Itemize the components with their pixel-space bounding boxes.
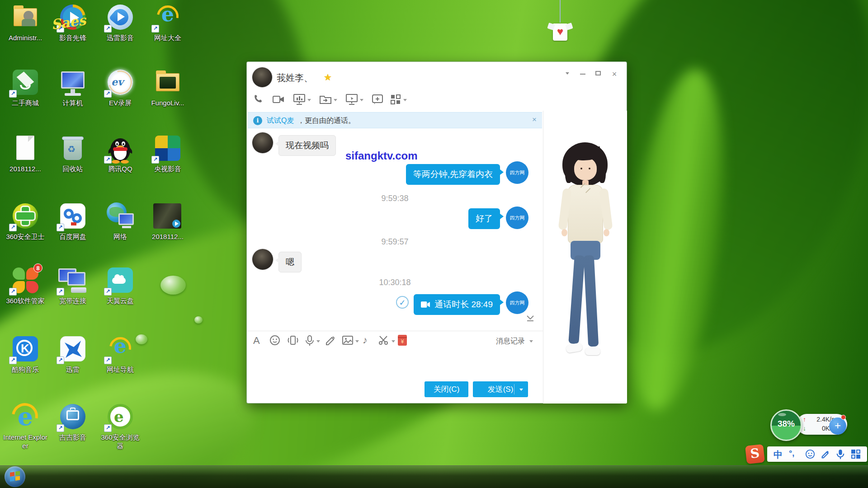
call-label: 通话时长 bbox=[434, 300, 469, 309]
jiji-player-icon: ↗ bbox=[57, 402, 88, 432]
window-shake-icon[interactable] bbox=[287, 335, 300, 347]
create-group-icon[interactable] bbox=[372, 94, 386, 107]
desktop-icon-video-file[interactable]: 2018112... bbox=[145, 202, 190, 241]
message-list[interactable]: 现在视频吗 sifangktv.com 等两分钟,先穿着内衣 四方网 9:59:… bbox=[247, 111, 543, 404]
desktop-icon-baidu-wangpan[interactable]: ↗ 百度网盘 bbox=[50, 202, 95, 241]
desktop-icon-360-browser[interactable]: e ↗ 360安全浏览器 bbox=[98, 402, 143, 450]
shortcut-arrow-icon: ↗ bbox=[57, 25, 64, 33]
desktop-icon-yangshi-yingyin[interactable]: ↗ 央视影音 bbox=[145, 134, 190, 174]
scroll-to-bottom-icon[interactable] bbox=[526, 315, 535, 322]
message-input-area[interactable] bbox=[247, 349, 543, 378]
message-history-button[interactable]: 消息记录 bbox=[496, 337, 525, 346]
dropdown-caret-icon[interactable] bbox=[316, 340, 320, 343]
apps-grid-icon[interactable] bbox=[390, 94, 404, 107]
font-style-icon[interactable]: A bbox=[253, 335, 267, 347]
hanging-tshirt-ornament[interactable]: ♥ bbox=[548, 22, 572, 42]
desktop-icon-document[interactable]: 2018112... bbox=[3, 134, 48, 174]
peer-message-avatar[interactable] bbox=[252, 249, 273, 270]
sogou-logo-icon[interactable]: S bbox=[745, 444, 765, 464]
self-avatar-badge[interactable]: 四方网 bbox=[506, 206, 528, 229]
shortcut-arrow-icon: ↗ bbox=[9, 357, 17, 364]
video-call-icon[interactable] bbox=[272, 94, 287, 107]
desktop-icon-fungoliv[interactable]: FungoLiv... bbox=[145, 68, 190, 108]
remote-desktop-icon[interactable] bbox=[345, 94, 360, 107]
minimize-button[interactable] bbox=[576, 69, 590, 79]
desktop-icon-ershoushangcheng[interactable]: ↗ 二手商城 bbox=[3, 68, 48, 108]
peer-avatar[interactable] bbox=[252, 67, 272, 87]
dropdown-caret-icon[interactable] bbox=[392, 340, 395, 343]
start-button[interactable] bbox=[5, 466, 25, 487]
screen-demo-icon[interactable] bbox=[293, 94, 307, 107]
shortcut-arrow-icon: ↗ bbox=[57, 357, 64, 364]
qq-show-panel[interactable] bbox=[543, 111, 627, 404]
desktop-icon-internet-explorer[interactable]: e Internet Explorer bbox=[3, 402, 48, 450]
close-window-button[interactable]: × bbox=[608, 69, 621, 79]
self-avatar-badge[interactable]: 四方网 bbox=[506, 161, 528, 184]
ime-pen-button[interactable] bbox=[821, 449, 830, 459]
red-packet-icon[interactable]: ¥ bbox=[398, 335, 411, 347]
voice-call-icon[interactable] bbox=[253, 94, 268, 107]
message-bubble-right: 好了 bbox=[468, 208, 500, 229]
dew-drop bbox=[160, 276, 186, 295]
desktop-icon-tianyi-yunpan[interactable]: ↗ 天翼云盘 bbox=[98, 266, 143, 305]
ime-mic-button[interactable] bbox=[836, 449, 845, 460]
desktop-icon-tencent-qq[interactable]: ↗ 腾讯QQ bbox=[98, 134, 143, 174]
desktop-icon-network[interactable]: 网络 bbox=[98, 202, 143, 241]
peer-message-avatar[interactable] bbox=[252, 132, 273, 153]
desktop-icon-administrator[interactable]: Administr... bbox=[3, 3, 48, 42]
ime-toolbox-button[interactable] bbox=[851, 450, 860, 459]
cloud-drive-icon: ↗ bbox=[105, 266, 136, 296]
doodle-icon[interactable] bbox=[325, 335, 338, 347]
desktop-icon-jiji-yingyin[interactable]: ↗ 吉吉影音 bbox=[50, 402, 95, 442]
desktop-icon-xunlei-yingyin[interactable]: ↗ 迅雷影音 bbox=[98, 3, 143, 42]
qq-chat-window: 莪姓李、 ★ × i 试试Q麦 ，更自由的通话。 × bbox=[246, 61, 627, 404]
figure-hand bbox=[561, 229, 567, 236]
dropdown-caret-icon[interactable] bbox=[307, 99, 311, 101]
send-file-icon[interactable] bbox=[319, 94, 334, 107]
ime-punctuation-button[interactable]: °, bbox=[789, 449, 794, 458]
desktop-icon-computer[interactable]: 计算机 bbox=[50, 68, 95, 108]
window-titlebar[interactable]: 莪姓李、 ★ × bbox=[247, 62, 627, 91]
accelerate-plus-button[interactable]: + bbox=[829, 418, 846, 435]
internet-explorer-icon: e bbox=[10, 402, 41, 432]
desktop-icon-recycle-bin[interactable]: ♻ ↗ 回收站 bbox=[50, 134, 95, 174]
maximize-button[interactable] bbox=[591, 69, 605, 79]
music-icon[interactable]: ♪ bbox=[363, 335, 376, 347]
green-box-icon: ↗ bbox=[10, 68, 41, 98]
ime-emoji-button[interactable] bbox=[805, 449, 815, 459]
desktop-icon-broadband[interactable]: ↗ 宽带连接 bbox=[50, 266, 95, 305]
ime-mode-button[interactable]: 中 bbox=[774, 449, 783, 461]
send-split-divider bbox=[514, 384, 514, 394]
desktop-icon-yingyinxianfeng[interactable]: ↗ Saes 影音先锋 bbox=[50, 3, 95, 42]
dropdown-caret-icon[interactable] bbox=[360, 99, 363, 101]
360-petals-icon: 8 ↗ bbox=[10, 266, 41, 296]
memory-ball[interactable]: 38% bbox=[770, 409, 802, 441]
send-options-caret[interactable] bbox=[519, 389, 523, 391]
desktop-icon-wangzhidaquan[interactable]: e ↗ 网址大全 bbox=[145, 3, 190, 42]
dropdown-caret-icon[interactable] bbox=[334, 99, 337, 101]
titlebar-menu-button[interactable] bbox=[561, 69, 574, 79]
desktop-icon-wangzhi-daohang[interactable]: e ↗ 网址导航 bbox=[98, 334, 143, 374]
call-record-bubble[interactable]: 通话时长 28:49 bbox=[414, 294, 500, 315]
screenshot-scissors-icon[interactable] bbox=[378, 335, 392, 347]
desktop-icon-ev-luping[interactable]: ev ↗ EV录屏 bbox=[98, 68, 143, 108]
dropdown-caret-icon[interactable] bbox=[403, 99, 407, 101]
close-chat-button[interactable]: 关闭(C) bbox=[425, 381, 468, 397]
self-avatar-badge[interactable]: 四方网 bbox=[506, 291, 528, 314]
icon-label: 酷狗音乐 bbox=[3, 366, 48, 374]
desktop-icon-360-guanjia[interactable]: 8 ↗ 360软件管家 bbox=[3, 266, 48, 305]
icon-label: 网络 bbox=[98, 233, 143, 241]
voice-message-icon[interactable] bbox=[305, 335, 318, 347]
dropdown-caret-icon[interactable] bbox=[529, 340, 533, 343]
baidu-cloud-icon: ↗ bbox=[57, 202, 88, 231]
desktop-icon-kugou[interactable]: K ↗ 酷狗音乐 bbox=[3, 334, 48, 374]
send-image-icon[interactable] bbox=[342, 335, 355, 347]
memory-percent: 38% bbox=[772, 419, 801, 429]
send-button[interactable]: 发送(S) bbox=[473, 381, 528, 397]
update-count-badge: 8 bbox=[33, 263, 42, 272]
desktop-icon-360-weishi[interactable]: ↗ 360安全卫士 bbox=[3, 202, 48, 241]
icon-label: 二手商城 bbox=[3, 99, 48, 108]
emoticon-icon[interactable] bbox=[269, 335, 283, 347]
dropdown-caret-icon[interactable] bbox=[355, 340, 359, 343]
desktop-icon-xunlei[interactable]: ↗ 迅雷 bbox=[50, 334, 95, 374]
